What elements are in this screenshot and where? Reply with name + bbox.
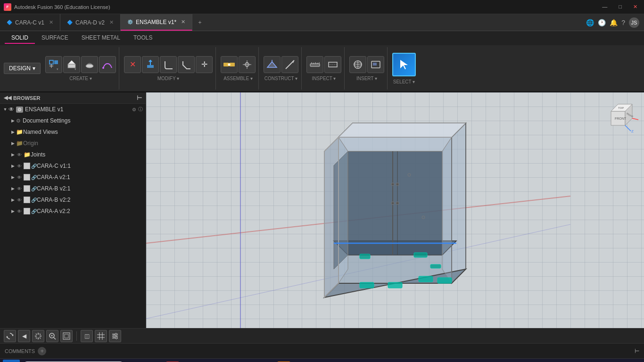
taskbar-spotify[interactable]: ♫ bbox=[258, 361, 273, 362]
tab-ensamble-icon: ⚙️ bbox=[127, 19, 133, 25]
display-mode-button[interactable]: ◫ bbox=[81, 330, 93, 342]
root-visibility-icon[interactable]: 👁 bbox=[8, 106, 14, 113]
tab-cara-c-close[interactable]: ✕ bbox=[49, 19, 53, 25]
cara-b2-visibility[interactable]: 👁 bbox=[16, 197, 23, 203]
cara-a2-visibility[interactable]: 👁 bbox=[16, 208, 23, 214]
cara-b2-expand[interactable]: ▶ bbox=[9, 197, 16, 202]
zoom-fit-button[interactable] bbox=[60, 330, 73, 342]
cara-a2-expand[interactable]: ▶ bbox=[9, 209, 16, 214]
sweep-button[interactable] bbox=[99, 56, 116, 73]
cara-c-visibility[interactable]: 👁 bbox=[16, 163, 23, 169]
browser-collapse-icon[interactable]: ◀◀ bbox=[4, 95, 11, 101]
cara-b1-expand[interactable]: ▶ bbox=[9, 186, 16, 191]
plane-button[interactable] bbox=[264, 56, 281, 73]
tree-document-settings[interactable]: ▶ ⚙ Document Settings bbox=[0, 115, 146, 126]
origin-expand[interactable]: ▶ bbox=[9, 141, 16, 146]
named-views-expand[interactable]: ▶ bbox=[9, 130, 16, 134]
tab-tools[interactable]: TOOLS bbox=[127, 33, 159, 44]
press-pull-button[interactable] bbox=[142, 56, 159, 73]
tree-origin[interactable]: ▶ 📁 Origin bbox=[0, 138, 146, 149]
tab-solid[interactable]: SOLID bbox=[5, 33, 35, 44]
tab-sheet-metal[interactable]: SHEET METAL bbox=[75, 33, 127, 44]
joints-expand[interactable]: ▶ bbox=[9, 152, 16, 157]
taskbar-dropbox[interactable]: ◆ bbox=[202, 361, 217, 362]
tab-surface[interactable]: SURFACE bbox=[35, 33, 75, 44]
taskbar-file-explorer[interactable]: 📁 bbox=[147, 361, 162, 362]
view-cube[interactable]: FRONT TOP RIGHT Z bbox=[602, 97, 639, 135]
select-button[interactable] bbox=[392, 53, 416, 76]
orbit-button[interactable] bbox=[4, 330, 16, 342]
fillet-button[interactable] bbox=[160, 56, 177, 73]
revolve-button[interactable] bbox=[81, 56, 98, 73]
pan-button[interactable] bbox=[32, 330, 44, 342]
svg-rect-44 bbox=[430, 264, 441, 268]
taskbar-edge[interactable] bbox=[183, 361, 198, 362]
svg-rect-1 bbox=[54, 60, 58, 64]
browser-pin-button[interactable]: ⊢ bbox=[137, 94, 142, 101]
move-button[interactable]: ✛ bbox=[196, 56, 213, 73]
tab-cara-c-v1[interactable]: 🔷 CARA-C v1 ✕ bbox=[0, 14, 60, 31]
3d-viewport[interactable]: FRONT TOP RIGHT Z bbox=[146, 92, 644, 328]
title-bar: F Autodesk Fusion 360 (Education License… bbox=[0, 0, 644, 14]
close-button[interactable]: ✕ bbox=[630, 3, 640, 11]
doc-settings-expand[interactable]: ▶ bbox=[9, 118, 16, 123]
cara-a1-expand[interactable]: ▶ bbox=[9, 175, 16, 180]
tree-cara-a-v2-2[interactable]: ▶ 👁 🔗 CARA-A v2:2 bbox=[0, 206, 146, 217]
inspect-group: INSPECT ▾ bbox=[304, 47, 345, 90]
tree-cara-b-v2-1[interactable]: ▶ 👁 🔗 CARA-B v2:1 bbox=[0, 183, 146, 194]
root-settings-icon[interactable]: ⚙ bbox=[131, 107, 137, 113]
grid-toggle-button[interactable] bbox=[95, 330, 107, 342]
taskbar-chrome[interactable] bbox=[294, 361, 309, 362]
canvas-button[interactable] bbox=[367, 56, 384, 73]
taskbar-files[interactable]: 📂 bbox=[221, 361, 236, 362]
comments-collapse-button[interactable]: ⊢ bbox=[635, 348, 639, 354]
new-component-button[interactable]: ▾ bbox=[45, 56, 62, 73]
tree-cara-a-v2-1[interactable]: ▶ 👁 🔗 CARA-A v2:1 bbox=[0, 172, 146, 183]
zoom-button[interactable] bbox=[46, 330, 58, 342]
online-icon[interactable]: 🌐 bbox=[586, 19, 594, 26]
taskbar-mail[interactable]: ✉ bbox=[239, 361, 255, 362]
measure-button[interactable] bbox=[306, 56, 323, 73]
root-info-icon[interactable]: ⓘ bbox=[137, 106, 144, 113]
cara-a1-visibility[interactable]: 👁 bbox=[16, 174, 23, 181]
comments-add-button[interactable]: + bbox=[38, 347, 46, 355]
axis-button[interactable] bbox=[281, 56, 298, 73]
start-button[interactable] bbox=[3, 360, 20, 362]
extrude-button[interactable]: ▾ bbox=[63, 56, 80, 73]
tab-cara-d-close[interactable]: ✕ bbox=[109, 19, 114, 25]
look-at-button[interactable]: ◀ bbox=[18, 330, 30, 342]
clock-icon[interactable]: 🕐 bbox=[598, 19, 606, 26]
cara-c-expand[interactable]: ▶ bbox=[9, 164, 16, 168]
tab-cara-d-v2[interactable]: 🔷 CARA-D v2 ✕ bbox=[60, 14, 121, 31]
tab-ensamble-v1[interactable]: ⚙️ ENSAMBLE v1* ✕ bbox=[121, 14, 192, 31]
tab-ensamble-close[interactable]: ✕ bbox=[181, 19, 185, 25]
chamfer-button[interactable] bbox=[178, 56, 195, 73]
insert-mesh-button[interactable] bbox=[349, 56, 366, 73]
delete-button[interactable]: ✕ bbox=[124, 56, 141, 73]
joint-button[interactable] bbox=[221, 56, 238, 73]
bell-icon[interactable]: 🔔 bbox=[610, 19, 618, 26]
doc-settings-icon: ⚙ bbox=[16, 118, 21, 124]
root-expand-arrow[interactable]: ▼ bbox=[2, 107, 8, 112]
design-menu-button[interactable]: DESIGN ▾ bbox=[4, 63, 41, 74]
svg-marker-32 bbox=[400, 60, 408, 69]
tree-root-ensamble[interactable]: ▼ 👁 ⚙ ENSAMBLE v1 ⚙ ⓘ bbox=[0, 104, 146, 115]
help-icon[interactable]: ? bbox=[621, 19, 625, 26]
window-controls[interactable]: — □ ✕ bbox=[599, 3, 640, 11]
tree-cara-c-v1-1[interactable]: ▶ 👁 🔗 CARA-C v1:1 bbox=[0, 160, 146, 172]
minimize-button[interactable]: — bbox=[599, 3, 610, 11]
new-tab-button[interactable]: ＋ bbox=[192, 14, 207, 31]
display-settings-button[interactable] bbox=[109, 330, 121, 342]
task-view-button[interactable]: ⧉ bbox=[128, 361, 143, 362]
joint-origin-button[interactable] bbox=[239, 56, 256, 73]
joints-visibility-icon[interactable]: 👁 bbox=[16, 151, 23, 158]
tree-cara-b-v2-2[interactable]: ▶ 👁 🔗 CARA-B v2:2 bbox=[0, 194, 146, 206]
svg-line-61 bbox=[632, 118, 638, 120]
cara-b1-link-icon: 🔗 bbox=[31, 186, 37, 191]
tab-cara-c-label: CARA-C v1 bbox=[15, 19, 44, 26]
maximize-button[interactable]: □ bbox=[616, 3, 625, 11]
tree-named-views[interactable]: ▶ 📁 Named Views bbox=[0, 126, 146, 138]
tree-joints[interactable]: ▶ 👁 📁 Joints bbox=[0, 149, 146, 160]
cara-b1-visibility[interactable]: 👁 bbox=[16, 185, 23, 192]
section-button[interactable] bbox=[324, 56, 341, 73]
